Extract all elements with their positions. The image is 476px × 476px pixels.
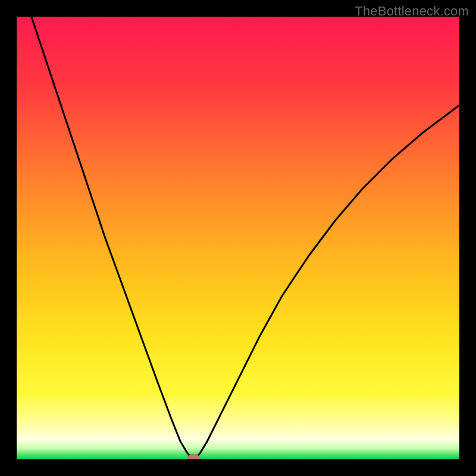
chart-container: TheBottleneck.com (0, 0, 476, 476)
gradient-background (17, 17, 459, 459)
watermark-text: TheBottleneck.com (355, 4, 469, 19)
plot-area (17, 17, 459, 459)
optimal-point-marker (189, 455, 199, 459)
bottleneck-chart (17, 17, 459, 459)
